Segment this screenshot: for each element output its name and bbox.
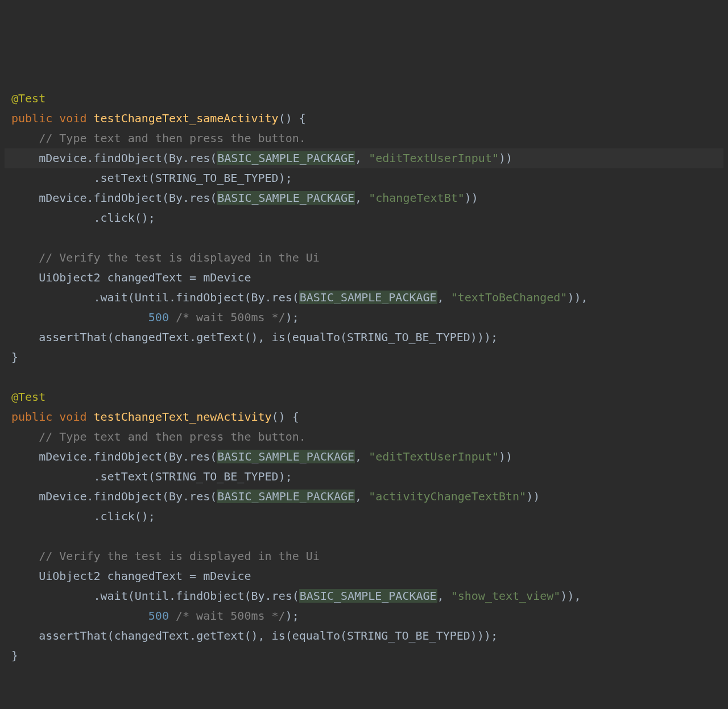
code-line: mDevice.findObject(By.res(BASIC_SAMPLE_P… (5, 447, 723, 467)
constant: STRING_TO_BE_TYPED (155, 171, 279, 185)
code-line: // Type text and then press the button. (5, 128, 723, 148)
constant: BASIC_SAMPLE_PACKAGE (217, 191, 355, 205)
constant: BASIC_SAMPLE_PACKAGE (217, 450, 355, 463)
method-call: .click (94, 211, 135, 225)
identifier: mDevice (39, 490, 86, 503)
annotation-test: @Test (11, 390, 46, 404)
method-name: testChangeText_newActivity (94, 410, 272, 424)
constant: BASIC_SAMPLE_PACKAGE (299, 291, 437, 304)
method-call: .click (94, 509, 135, 523)
method-call: is (272, 629, 286, 642)
code-line: mDevice.findObject(By.res(BASIC_SAMPLE_P… (5, 188, 723, 208)
method-call: assertThat (39, 330, 107, 344)
code-line: .wait(Until.findObject(By.res(BASIC_SAMP… (5, 288, 723, 308)
keyword-public: public (11, 410, 52, 424)
method-call: By.res (169, 191, 210, 205)
code-line: public void testChangeText_sameActivity(… (5, 109, 723, 128)
constant: STRING_TO_BE_TYPED (347, 330, 470, 344)
code-line: .click(); (5, 208, 723, 228)
method-call: is (272, 330, 286, 344)
method-call: .wait (94, 589, 128, 603)
method-call: findObject (94, 450, 162, 463)
code-editor[interactable]: @Testpublic void testChangeText_sameActi… (5, 89, 723, 666)
method-call: .wait (94, 291, 128, 304)
punct: () { (272, 410, 299, 424)
annotation-test: @Test (11, 92, 46, 105)
code-line: public void testChangeText_newActivity()… (5, 407, 723, 427)
code-line: // Type text and then press the button. (5, 427, 723, 447)
code-line-blank (5, 526, 723, 546)
code-line: 500 /* wait 500ms */); (5, 308, 723, 327)
code-line: @Test (5, 89, 723, 109)
number-literal: 500 (148, 609, 169, 623)
constant: STRING_TO_BE_TYPED (347, 629, 470, 642)
string-literal: "show_text_view" (451, 589, 561, 603)
method-call: Until.findObject (135, 589, 245, 603)
identifier: mDevice (39, 450, 86, 463)
type: UiObject2 (39, 569, 100, 583)
constant: STRING_TO_BE_TYPED (155, 470, 279, 483)
constant: BASIC_SAMPLE_PACKAGE (217, 151, 355, 165)
method-call: By.res (169, 490, 210, 503)
code-line: } (5, 646, 723, 666)
code-line: .setText(STRING_TO_BE_TYPED); (5, 168, 723, 188)
comment: /* wait 500ms */ (176, 609, 286, 623)
punct: () { (279, 111, 306, 125)
method-call: By.res (251, 589, 292, 603)
code-line: // Verify the test is displayed in the U… (5, 248, 723, 268)
identifier: mDevice (39, 151, 86, 165)
code-line: @Test (5, 387, 723, 407)
code-line: .setText(STRING_TO_BE_TYPED); (5, 467, 723, 487)
identifier: mDevice (39, 191, 86, 205)
method-call: By.res (169, 450, 210, 463)
keyword-void: void (59, 410, 86, 424)
method-name: testChangeText_sameActivity (94, 111, 279, 125)
method-call: equalTo (292, 330, 340, 344)
identifier: mDevice (203, 569, 251, 583)
method-call: By.res (169, 151, 210, 165)
string-literal: "editTextUserInput" (369, 151, 499, 165)
code-line: mDevice.findObject(By.res(BASIC_SAMPLE_P… (5, 487, 723, 507)
method-call: Until.findObject (135, 291, 245, 304)
method-call: .setText (94, 171, 148, 185)
code-line: } (5, 347, 723, 367)
comment: // Type text and then press the button. (39, 430, 306, 443)
code-line: 500 /* wait 500ms */); (5, 606, 723, 626)
code-line: // Verify the test is displayed in the U… (5, 546, 723, 566)
comment: // Verify the test is displayed in the U… (39, 549, 320, 563)
expression: changedText.getText() (114, 330, 258, 344)
code-line: assertThat(changedText.getText(), is(equ… (5, 626, 723, 646)
type: UiObject2 (39, 271, 100, 284)
number-literal: 500 (148, 310, 169, 324)
string-literal: "editTextUserInput" (369, 450, 499, 463)
comment: // Type text and then press the button. (39, 131, 306, 145)
method-call: assertThat (39, 629, 107, 642)
code-line-highlighted: mDevice.findObject(By.res(BASIC_SAMPLE_P… (5, 148, 723, 168)
code-line: UiObject2 changedText = mDevice (5, 268, 723, 288)
constant: BASIC_SAMPLE_PACKAGE (217, 490, 355, 503)
variable: changedText (107, 271, 183, 284)
comment: // Verify the test is displayed in the U… (39, 251, 320, 264)
code-line-blank (5, 367, 723, 387)
variable: changedText (107, 569, 183, 583)
string-literal: "textToBeChanged" (451, 291, 568, 304)
keyword-public: public (11, 111, 52, 125)
string-literal: "activityChangeTextBtn" (369, 490, 526, 503)
method-call: findObject (94, 490, 162, 503)
code-line: UiObject2 changedText = mDevice (5, 566, 723, 586)
method-call: findObject (94, 151, 162, 165)
code-line: .click(); (5, 507, 723, 526)
method-call: equalTo (292, 629, 340, 642)
method-call: findObject (94, 191, 162, 205)
string-literal: "changeTextBt" (369, 191, 465, 205)
comment: /* wait 500ms */ (176, 310, 286, 324)
identifier: mDevice (203, 271, 251, 284)
method-call: .setText (94, 470, 148, 483)
constant: BASIC_SAMPLE_PACKAGE (299, 589, 437, 603)
code-line-blank (5, 228, 723, 248)
code-line: assertThat(changedText.getText(), is(equ… (5, 327, 723, 347)
code-line: .wait(Until.findObject(By.res(BASIC_SAMP… (5, 586, 723, 606)
expression: changedText.getText() (114, 629, 258, 642)
keyword-void: void (59, 111, 86, 125)
method-call: By.res (251, 291, 292, 304)
